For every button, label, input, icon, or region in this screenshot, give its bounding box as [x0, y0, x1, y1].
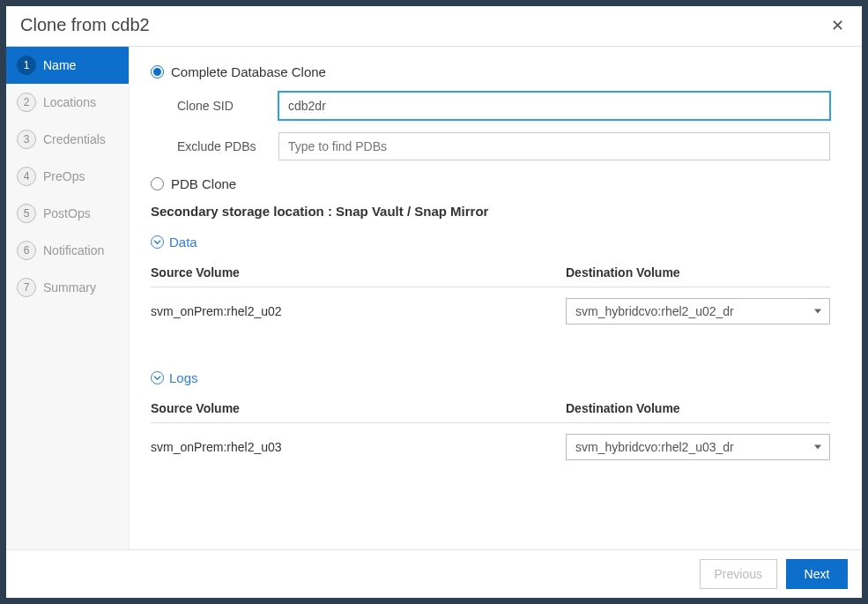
destination-volume-select[interactable]: svm_hybridcvo:rhel2_u02_dr: [566, 298, 830, 324]
clone-sid-input[interactable]: [278, 92, 830, 120]
content-panel: Complete Database Clone Clone SID Exclud…: [130, 47, 862, 549]
radio-pdb-input[interactable]: [151, 177, 164, 190]
previous-button[interactable]: Previous: [700, 559, 777, 589]
step-number: 3: [17, 130, 36, 149]
col-destination-volume: Destination Volume: [566, 401, 830, 415]
source-volume-value: svm_onPrem:rhel2_u03: [151, 440, 566, 454]
logs-table-header: Source Volume Destination Volume: [151, 394, 830, 423]
modal-header: Clone from cdb2 ✕: [6, 6, 862, 47]
wizard-nav: 1 Name 2 Locations 3 Credentials 4 PreOp…: [6, 47, 130, 549]
modal-body: 1 Name 2 Locations 3 Credentials 4 PreOp…: [6, 47, 862, 549]
wizard-step-summary[interactable]: 7 Summary: [6, 269, 129, 306]
radio-complete-label: Complete Database Clone: [171, 64, 326, 79]
radio-complete-clone[interactable]: Complete Database Clone: [151, 64, 830, 79]
next-button[interactable]: Next: [786, 559, 848, 589]
destination-volume-select[interactable]: svm_hybridcvo:rhel2_u03_dr: [566, 434, 830, 460]
radio-pdb-clone[interactable]: PDB Clone: [151, 176, 830, 191]
field-row-exclude-pdbs: Exclude PDBs: [177, 132, 830, 160]
col-source-volume: Source Volume: [151, 401, 566, 415]
wizard-step-postops[interactable]: 5 PostOps: [6, 195, 129, 232]
radio-pdb-label: PDB Clone: [171, 176, 236, 191]
step-label: Summary: [43, 280, 96, 295]
chevron-down-icon: [151, 235, 164, 249]
radio-complete-input[interactable]: [151, 65, 164, 78]
col-destination-volume: Destination Volume: [566, 265, 830, 280]
source-volume-value: svm_onPrem:rhel2_u02: [151, 304, 566, 318]
secondary-storage-heading: Secondary storage location : Snap Vault …: [151, 204, 830, 219]
data-section-toggle[interactable]: Data: [151, 235, 830, 250]
step-number: 1: [17, 56, 36, 75]
wizard-step-notification[interactable]: 6 Notification: [6, 232, 129, 269]
step-number: 2: [17, 93, 36, 112]
caret-down-icon: [814, 309, 821, 314]
step-number: 7: [17, 278, 36, 297]
modal-footer: Previous Next: [6, 549, 862, 598]
step-number: 6: [17, 241, 36, 260]
destination-volume-value: svm_hybridcvo:rhel2_u03_dr: [566, 434, 830, 460]
wizard-step-credentials[interactable]: 3 Credentials: [6, 121, 129, 158]
clone-sid-label: Clone SID: [177, 99, 278, 113]
table-row: svm_onPrem:rhel2_u03 svm_hybridcvo:rhel2…: [151, 423, 830, 471]
exclude-pdbs-label: Exclude PDBs: [177, 139, 278, 153]
wizard-step-locations[interactable]: 2 Locations: [6, 84, 129, 121]
data-table: Source Volume Destination Volume svm_onP…: [151, 258, 830, 335]
step-label: Locations: [43, 95, 96, 109]
step-label: Name: [43, 58, 76, 72]
destination-volume-value: svm_hybridcvo:rhel2_u02_dr: [566, 298, 830, 324]
step-label: PostOps: [43, 206, 91, 220]
data-table-header: Source Volume Destination Volume: [151, 258, 830, 287]
wizard-step-name[interactable]: 1 Name: [6, 47, 129, 84]
chevron-down-icon: [151, 371, 164, 384]
step-label: Credentials: [43, 132, 106, 146]
logs-table: Source Volume Destination Volume svm_onP…: [151, 394, 830, 471]
caret-down-icon: [814, 445, 821, 450]
close-icon[interactable]: ✕: [827, 16, 848, 35]
field-row-clone-sid: Clone SID: [177, 92, 830, 120]
table-row: svm_onPrem:rhel2_u02 svm_hybridcvo:rhel2…: [151, 287, 830, 335]
data-section-title: Data: [169, 235, 197, 250]
logs-section-toggle[interactable]: Logs: [151, 370, 830, 385]
step-label: Notification: [43, 243, 104, 257]
complete-clone-fields: Clone SID Exclude PDBs: [177, 92, 830, 160]
modal-title: Clone from cdb2: [20, 15, 150, 35]
col-source-volume: Source Volume: [151, 265, 566, 280]
wizard-step-preops[interactable]: 4 PreOps: [6, 158, 129, 195]
exclude-pdbs-input[interactable]: [278, 132, 830, 160]
clone-modal: Clone from cdb2 ✕ 1 Name 2 Locations 3 C…: [5, 5, 863, 599]
step-number: 5: [17, 204, 36, 223]
step-label: PreOps: [43, 169, 85, 183]
logs-section-title: Logs: [169, 370, 198, 385]
step-number: 4: [17, 167, 36, 186]
